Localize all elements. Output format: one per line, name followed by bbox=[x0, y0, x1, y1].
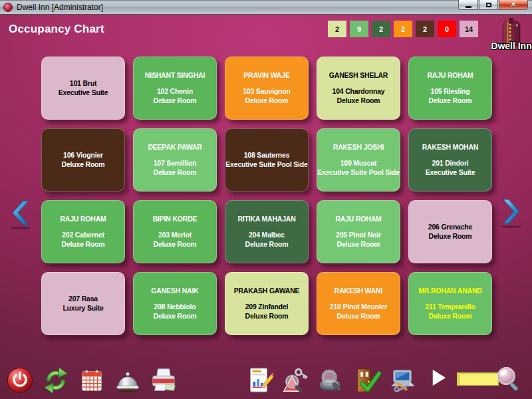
chevron-left-icon bbox=[9, 200, 31, 230]
room-type: Deluxe Room bbox=[337, 96, 380, 106]
toolbar-middle bbox=[245, 365, 418, 396]
room-card-208[interactable]: GANESH NAIK208 NebbioloDeluxe Room bbox=[133, 272, 217, 335]
guest-name: GANESH NAIK bbox=[151, 287, 198, 296]
room-type: Deluxe Room bbox=[62, 160, 105, 170]
guest-name: PRAKASH GAWANE bbox=[234, 287, 300, 296]
room-type: Executive Suite Pool Side bbox=[225, 160, 307, 170]
power-icon bbox=[6, 366, 34, 394]
room-number: 107 Semillion bbox=[154, 159, 197, 168]
room-number: 109 Muscat bbox=[340, 159, 377, 168]
room-number: 208 Nebbiolo bbox=[154, 303, 196, 312]
hotel-logo: Dwell Inn bbox=[491, 17, 532, 51]
power-button[interactable] bbox=[5, 365, 35, 396]
room-card-206[interactable]: 206 GrenacheDeluxe Room bbox=[408, 200, 492, 263]
bell-button[interactable] bbox=[113, 365, 142, 396]
legend-counter-pale-green: 2 bbox=[328, 21, 346, 37]
close-button[interactable]: ✕ bbox=[499, 0, 528, 10]
room-type: Deluxe Room bbox=[245, 96, 289, 106]
room-type: Executive Suite bbox=[426, 168, 475, 178]
door-check-icon bbox=[353, 366, 381, 394]
room-card-201[interactable]: RAKESH MOHAN201 DindoriExecutive Suite bbox=[408, 128, 492, 192]
room-card-101[interactable]: 101 BrutExecutive Suite bbox=[41, 57, 125, 120]
play-icon bbox=[431, 368, 447, 387]
room-card-105[interactable]: RAJU ROHAM105 RieslingDeluxe Room bbox=[408, 57, 492, 120]
legend-counter-dark-green: 2 bbox=[372, 21, 390, 37]
computer-tools-button[interactable] bbox=[388, 365, 418, 396]
room-card-203[interactable]: BIPIN KORDE203 MerlotDeluxe Room bbox=[133, 200, 217, 263]
room-number: 202 Cabernet bbox=[62, 231, 104, 240]
room-number: 210 Pinot Meunier bbox=[330, 303, 387, 312]
room-search-input[interactable] bbox=[457, 372, 499, 386]
room-number: 201 Dindori bbox=[432, 159, 469, 168]
room-card-209[interactable]: PRAKASH GAWANE209 ZinfandelDeluxe Room bbox=[225, 272, 309, 335]
search-rooms-icon bbox=[317, 366, 345, 394]
legend-counter-red: 0 bbox=[438, 21, 456, 37]
search-keys-button[interactable] bbox=[281, 365, 310, 396]
search-button[interactable] bbox=[495, 366, 521, 395]
room-number: 108 Sauternes bbox=[244, 151, 290, 160]
next-page-button[interactable] bbox=[501, 198, 523, 229]
room-number: 103 Sauvignon bbox=[243, 87, 291, 96]
door-check-button[interactable] bbox=[352, 365, 382, 396]
guest-name: RAJU ROHAM bbox=[427, 71, 473, 80]
room-type: Deluxe Room bbox=[337, 240, 380, 249]
minimize-button[interactable] bbox=[458, 0, 478, 10]
room-number: 205 Pinot Noir bbox=[336, 231, 381, 240]
chevron-right-icon bbox=[501, 198, 523, 229]
room-type: Deluxe Room bbox=[245, 240, 289, 249]
guest-name: RAKESH MOHAN bbox=[422, 143, 479, 152]
previous-page-button[interactable] bbox=[9, 200, 31, 230]
report-button[interactable] bbox=[245, 365, 274, 396]
printer-button[interactable] bbox=[149, 365, 178, 396]
guest-name: RAJU ROHAM bbox=[335, 215, 381, 224]
window-controls: ✕ bbox=[458, 0, 528, 10]
room-type: Deluxe Room bbox=[154, 240, 197, 249]
room-type: Luxury Suite bbox=[63, 304, 103, 313]
room-card-109[interactable]: RAKESH JOSHI109 MuscatExecutive Suite Po… bbox=[317, 128, 400, 192]
room-number: 106 Viognier bbox=[63, 151, 103, 160]
report-icon bbox=[245, 366, 273, 394]
room-card-108[interactable]: 108 SauternesExecutive Suite Pool Side bbox=[225, 128, 309, 192]
calendar-button[interactable] bbox=[77, 365, 106, 396]
play-button[interactable] bbox=[431, 368, 447, 387]
room-card-204[interactable]: RITIKA MAHAJAN204 MalbecDeluxe Room bbox=[225, 200, 309, 263]
room-number: 105 Riesling bbox=[431, 87, 470, 96]
toolbar-left bbox=[5, 365, 178, 396]
refresh-button[interactable] bbox=[41, 365, 70, 396]
room-type: Deluxe Room bbox=[245, 312, 289, 321]
room-type: Deluxe Room bbox=[62, 240, 105, 249]
app-icon bbox=[3, 3, 13, 12]
room-number: 203 Merlot bbox=[158, 231, 192, 240]
bell-icon bbox=[114, 366, 142, 394]
titlebar[interactable]: Dwell Inn [Administrator] ✕ bbox=[0, 0, 532, 15]
close-icon: ✕ bbox=[511, 1, 516, 8]
room-card-210[interactable]: RAKESH WANI210 Pinot MeunierDeluxe Room bbox=[317, 272, 400, 335]
room-type: Executive Suite Pool Side bbox=[317, 168, 399, 178]
room-card-107[interactable]: DEEPAK PAWAR107 SemillionDeluxe Room bbox=[133, 128, 217, 192]
minimize-icon bbox=[466, 6, 471, 8]
room-card-103[interactable]: PRAVIN WAJE103 SauvignonDeluxe Room bbox=[225, 57, 309, 120]
guest-name: PRAVIN WAJE bbox=[243, 71, 289, 80]
room-card-205[interactable]: RAJU ROHAM205 Pinot NoirDeluxe Room bbox=[317, 200, 400, 263]
search-keys-icon bbox=[281, 366, 309, 394]
guest-name: GANESH SHELAR bbox=[329, 71, 388, 80]
room-type: Executive Suite bbox=[59, 88, 108, 98]
room-card-106[interactable]: 106 ViognierDeluxe Room bbox=[41, 128, 125, 192]
room-number: 102 Chenin bbox=[157, 87, 193, 96]
room-card-102[interactable]: NISHANT SINGHAI102 CheninDeluxe Room bbox=[133, 57, 217, 120]
room-type: Deluxe Room bbox=[429, 96, 472, 106]
room-card-211[interactable]: MR.ROHAN ANAND211 TempranilloDeluxe Room bbox=[408, 272, 492, 335]
legend-counter-orange: 2 bbox=[394, 21, 412, 37]
room-number: 211 Tempranillo bbox=[425, 303, 475, 312]
room-type: Deluxe Room bbox=[429, 232, 472, 241]
search-rooms-button[interactable] bbox=[317, 365, 346, 396]
room-grid: 101 BrutExecutive SuiteNISHANT SINGHAI10… bbox=[41, 57, 492, 335]
room-card-104[interactable]: GANESH SHELAR104 ChardonnayDeluxe Room bbox=[317, 57, 400, 120]
room-card-202[interactable]: RAJU ROHAM202 CabernetDeluxe Room bbox=[41, 200, 125, 263]
maximize-button[interactable] bbox=[479, 0, 498, 10]
room-card-207[interactable]: 207 RasaLuxury Suite bbox=[41, 272, 125, 335]
legend-counters: 29222014 bbox=[328, 21, 478, 37]
legend-counter-pink: 14 bbox=[460, 21, 478, 37]
guest-name: BIPIN KORDE bbox=[153, 215, 198, 224]
search-icon bbox=[495, 366, 521, 394]
